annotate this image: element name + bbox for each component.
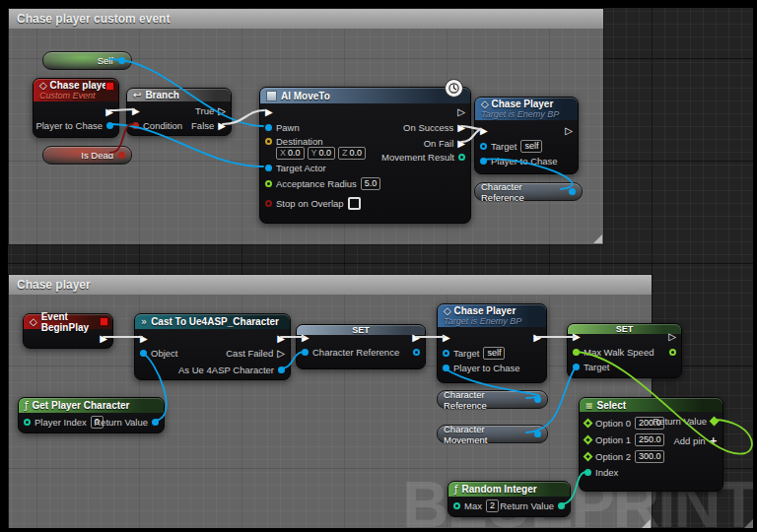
exec-output-pin[interactable]: ▶ xyxy=(277,334,285,344)
node-chase-player-call-bottom[interactable]: ◇ Chase Player Target is Enemy BP ▶ ▶ Ta… xyxy=(437,303,547,383)
blueprint-graph-canvas[interactable]: Chase player custom event Chase player B… xyxy=(8,8,753,528)
character-reference-output-pin[interactable] xyxy=(534,396,541,403)
node-random-integer[interactable]: ƒ Random Integer Max 2 Return Value xyxy=(447,481,571,517)
acceptance-radius-field[interactable]: 5.0 xyxy=(361,177,381,190)
node-chase-player-custom-event[interactable]: ◇ Chase player Custom Event ▶ Player to … xyxy=(33,78,119,138)
exec-output-pin[interactable]: ▷ xyxy=(668,332,676,342)
node-ai-moveto[interactable]: AI MoveTo ▶ ▷ Pawn On Success ▶ Destinat… xyxy=(259,87,471,224)
option-2-input-pin[interactable] xyxy=(584,452,593,462)
node-get-player-character[interactable]: ƒ Get Player Character Player Index 0 Re… xyxy=(18,397,165,433)
window-resize-grip[interactable] xyxy=(744,519,753,528)
pin-label: Option 0 xyxy=(595,418,631,429)
value-output-pin[interactable] xyxy=(669,349,676,356)
add-pin-button[interactable]: + xyxy=(710,436,718,446)
exec-input-pin[interactable]: ▶ xyxy=(573,332,581,342)
node-chase-player-call-top[interactable]: ◇ Chase Player Target is Enemy BP ▶ ▷ Ta… xyxy=(474,97,579,174)
exec-output-pin[interactable]: ▷ xyxy=(457,107,465,117)
option-1-input-pin[interactable] xyxy=(584,435,593,445)
variable-label: Is Dead xyxy=(81,150,113,161)
exec-output-pin[interactable]: ▷ xyxy=(565,126,573,136)
condition-input-pin[interactable] xyxy=(132,122,139,129)
target-actor-input-pin[interactable] xyxy=(265,165,272,171)
player-to-chase-output-pin[interactable] xyxy=(106,122,113,129)
return-value-output-pin[interactable] xyxy=(558,502,565,509)
index-input-pin[interactable] xyxy=(585,469,591,476)
false-exec-output-pin[interactable]: ▶ xyxy=(218,121,226,131)
target-field[interactable]: self xyxy=(483,347,505,360)
node-title: Get Player Character xyxy=(33,400,130,411)
max-walk-speed-input-pin[interactable] xyxy=(573,349,580,356)
exec-input-pin[interactable]: ▶ xyxy=(302,333,310,343)
field-value: 250.0 xyxy=(639,434,661,445)
target-field[interactable]: self xyxy=(520,140,542,153)
exec-input-pin[interactable]: ▶ xyxy=(443,333,450,343)
destination-input-pin[interactable] xyxy=(265,138,272,145)
destination-z-field[interactable]: Z 0.0 xyxy=(338,147,366,160)
max-input-pin[interactable] xyxy=(453,502,460,509)
stop-on-overlap-checkbox[interactable] xyxy=(348,197,361,210)
is-dead-output-pin[interactable] xyxy=(118,152,125,159)
node-title: Chase Player xyxy=(453,305,516,316)
exec-output-pin[interactable]: ▶ xyxy=(533,333,541,343)
latent-clock-icon xyxy=(445,79,463,98)
comment-title-bar[interactable]: Chase player custom event xyxy=(9,9,603,29)
node-set-character-reference[interactable]: SET ▶ ▶ Character Reference xyxy=(296,324,426,369)
exec-output-pin[interactable]: ▶ xyxy=(412,333,420,343)
destination-x-field[interactable]: X 0.0 xyxy=(276,147,305,160)
max-field[interactable]: 2 xyxy=(486,499,499,512)
target-input-pin[interactable] xyxy=(573,364,580,370)
variable-character-movement[interactable]: Character Movement xyxy=(437,425,548,443)
option-2-field[interactable]: 300.0 xyxy=(635,450,665,463)
character-reference-output-pin[interactable] xyxy=(569,188,576,195)
node-select[interactable]: ▦ Select Option 0 200.0 Return Value Opt… xyxy=(579,397,723,492)
player-index-input-pin[interactable] xyxy=(24,419,31,426)
value-output-pin[interactable] xyxy=(413,349,420,356)
acceptance-radius-input-pin[interactable] xyxy=(265,180,272,187)
stop-on-overlap-input-pin[interactable] xyxy=(265,200,272,207)
option-1-field[interactable]: 250.0 xyxy=(635,433,665,446)
exec-input-pin[interactable]: ▶ xyxy=(480,126,488,136)
character-reference-input-pin[interactable] xyxy=(302,349,309,356)
self-output-pin[interactable] xyxy=(118,57,125,64)
node-title: Branch xyxy=(145,90,178,100)
exec-input-pin[interactable]: ▶ xyxy=(140,334,148,344)
return-value-output-pin[interactable] xyxy=(710,417,720,427)
node-event-beginplay[interactable]: ◇ Event BeginPlay ▶ xyxy=(23,313,113,349)
on-success-exec-output-pin[interactable]: ▶ xyxy=(457,123,465,133)
node-set-max-walk-speed[interactable]: SET ▶ ▷ Max Walk Speed Target xyxy=(567,323,682,378)
player-to-chase-input-pin[interactable] xyxy=(480,158,487,165)
node-enabled-indicator xyxy=(105,82,114,91)
as-character-output-pin[interactable] xyxy=(278,366,285,373)
return-value-output-pin[interactable] xyxy=(152,419,159,426)
variable-is-dead[interactable]: Is Dead xyxy=(42,146,132,165)
character-movement-output-pin[interactable] xyxy=(534,431,541,437)
node-branch[interactable]: ↩ Branch ▶ True ▷ Condition False ▶ xyxy=(126,88,232,136)
node-cast-to-ue4asp-character[interactable]: » Cast To Ue4ASP_Character ▶ ▶ Object Ca… xyxy=(134,313,291,380)
true-exec-output-pin[interactable]: ▷ xyxy=(218,106,226,116)
variable-self[interactable]: Self xyxy=(42,51,132,70)
comment-resize-handle[interactable] xyxy=(593,234,602,243)
object-input-pin[interactable] xyxy=(140,350,147,357)
variable-character-reference-bottom[interactable]: Character Reference xyxy=(437,390,548,409)
pawn-input-pin[interactable] xyxy=(265,124,272,131)
target-input-pin[interactable] xyxy=(480,143,487,150)
variable-label: Character Reference xyxy=(481,181,564,203)
pin-label: Target xyxy=(584,362,609,372)
exec-input-pin[interactable]: ▶ xyxy=(265,107,273,117)
on-fail-exec-output-pin[interactable]: ▶ xyxy=(457,139,465,149)
exec-output-pin[interactable]: ▶ xyxy=(100,334,107,344)
pin-label: Target Actor xyxy=(276,163,326,173)
variable-character-reference-top[interactable]: Character Reference xyxy=(474,182,583,201)
player-to-chase-input-pin[interactable] xyxy=(443,365,449,371)
cast-failed-exec-output-pin[interactable]: ▷ xyxy=(277,349,285,359)
destination-y-field[interactable]: Y 0.0 xyxy=(308,147,336,160)
target-input-pin[interactable] xyxy=(443,350,449,357)
comment-title-bar[interactable]: Chase player xyxy=(9,275,652,295)
function-icon: ƒ xyxy=(454,484,458,495)
movement-result-output-pin[interactable] xyxy=(458,154,465,161)
ai-moveto-icon xyxy=(266,91,277,101)
pin-label: Return Value xyxy=(500,500,554,511)
exec-input-pin[interactable]: ▶ xyxy=(132,106,140,116)
option-0-input-pin[interactable] xyxy=(584,419,593,429)
exec-output-pin[interactable]: ▶ xyxy=(105,107,113,117)
